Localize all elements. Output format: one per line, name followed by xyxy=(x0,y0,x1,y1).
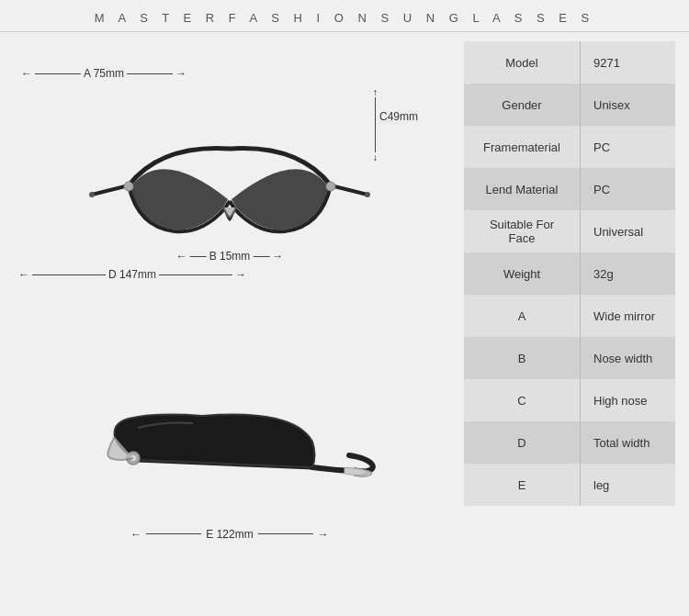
svg-point-5 xyxy=(365,192,370,197)
spec-row: BNose width xyxy=(464,337,675,379)
spec-value: leg xyxy=(581,464,676,506)
spec-value: Total width xyxy=(581,421,676,464)
dim-c-container: ↑ ↓ C49mm xyxy=(373,87,418,162)
spec-value: Nose width xyxy=(581,337,676,379)
spec-row: Lend MaterialPC xyxy=(464,168,675,210)
spec-value: 9271 xyxy=(581,41,676,84)
spec-row: Eleg xyxy=(464,464,675,506)
specs-table: Model9271GenderUnisexFramematerialPCLend… xyxy=(464,41,675,506)
spec-value: Unisex xyxy=(581,84,676,126)
page-wrapper: M A S T E R F A S H I O N S U N G L A S … xyxy=(0,0,689,616)
right-panel: Model9271GenderUnisexFramematerialPCLend… xyxy=(464,41,675,607)
svg-point-2 xyxy=(124,182,133,191)
spec-label: A xyxy=(464,295,581,337)
spec-value: 32g xyxy=(581,252,676,295)
dim-e-container: ← E 122mm → xyxy=(130,528,328,541)
dim-b-container: ← B 15mm → xyxy=(176,250,284,263)
dim-a-container: ← A 75mm → xyxy=(21,67,186,80)
spec-value: Wide mirror xyxy=(581,295,676,337)
spec-row: GenderUnisex xyxy=(464,84,675,126)
svg-point-3 xyxy=(326,182,335,191)
spec-value: PC xyxy=(581,126,676,168)
spec-row: Model9271 xyxy=(464,41,675,84)
spec-label: Framematerial xyxy=(464,126,581,168)
svg-line-0 xyxy=(92,185,129,195)
spec-row: CHigh nose xyxy=(464,379,675,421)
spec-label: E xyxy=(464,464,581,506)
spec-label: Suitable For Face xyxy=(464,210,581,252)
dim-a-label: ← A 75mm → xyxy=(21,67,186,80)
svg-point-4 xyxy=(89,192,95,197)
top-image-area: ← A 75mm → xyxy=(14,41,446,319)
spec-row: Weight32g xyxy=(464,252,675,295)
left-panel: ← A 75mm → xyxy=(14,41,446,607)
spec-label: Lend Material xyxy=(464,168,581,210)
dim-d-container: ← D 147mm → xyxy=(18,268,429,281)
spec-row: FramematerialPC xyxy=(464,126,675,168)
spec-label: Gender xyxy=(464,84,581,126)
spec-label: C xyxy=(464,379,581,421)
spec-row: Suitable For FaceUniversal xyxy=(464,210,675,252)
sunglasses-side-image xyxy=(83,396,377,524)
spec-label: D xyxy=(464,421,581,464)
header: M A S T E R F A S H I O N S U N G L A S … xyxy=(0,0,689,32)
spec-value: PC xyxy=(581,168,676,210)
spec-label: B xyxy=(464,337,581,379)
spec-value: Universal xyxy=(581,210,676,252)
sunglasses-side-svg xyxy=(83,396,377,524)
spec-label: Weight xyxy=(464,252,581,295)
spec-value: High nose xyxy=(581,379,676,421)
brand-title: M A S T E R F A S H I O N S U N G L A S … xyxy=(95,11,594,25)
spec-label: Model xyxy=(464,41,581,84)
main-content: ← A 75mm → xyxy=(0,32,689,616)
spec-row: DTotal width xyxy=(464,421,675,464)
bottom-image-area: ← E 122mm → xyxy=(14,329,446,607)
spec-row: AWide mirror xyxy=(464,295,675,337)
svg-line-1 xyxy=(331,185,367,195)
